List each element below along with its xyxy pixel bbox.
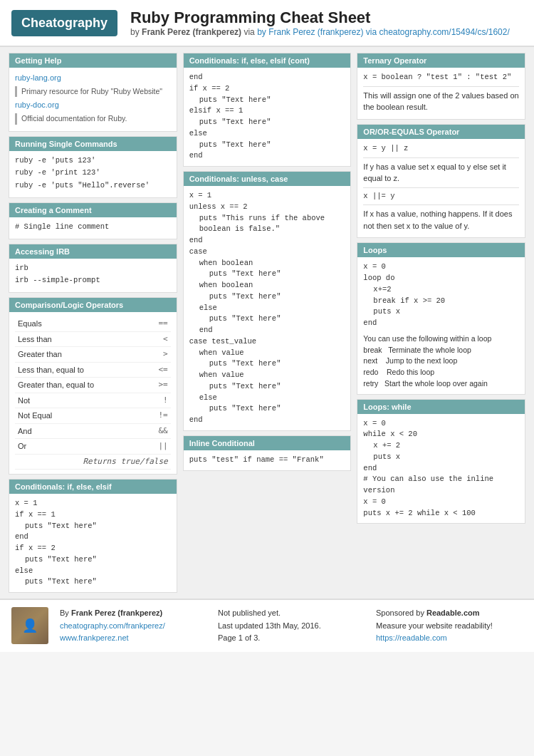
section-body-or-equals: x = y || z If y has a value set x equal … bbox=[357, 139, 525, 238]
section-header-comparison: Comparison/Logic Operators bbox=[9, 298, 177, 312]
code-line: next Jump to the next loop bbox=[363, 356, 519, 367]
subtitle: by Frank Perez (frankperez) via by Frank… bbox=[130, 27, 510, 37]
section-getting-help: Getting Help ruby-lang.org Primary resou… bbox=[9, 53, 177, 132]
section-body-ternary: x = boolean ? "test 1" : "test 2" This w… bbox=[357, 68, 525, 119]
table-row: Less than< bbox=[15, 331, 171, 347]
code-line: puts x bbox=[363, 306, 519, 318]
section-header-or-equals: OR/OR-EQUALS Operator bbox=[357, 125, 525, 139]
section-body-comment: # Single line comment bbox=[9, 217, 177, 239]
table-row: Less than, equal to<= bbox=[15, 362, 171, 378]
page-header: Cheatography Ruby Programming Cheat Shee… bbox=[0, 0, 534, 47]
section-header-irb: Accessing IRB bbox=[9, 244, 177, 259]
comment-example: # Single line comment bbox=[15, 222, 171, 233]
code-line: else bbox=[189, 303, 345, 314]
cmd-print-123: ruby -e 'print 123' bbox=[15, 167, 171, 179]
ruby-doc-desc: Official documentation for Ruby. bbox=[15, 113, 171, 125]
or-desc2: If x has a value, nothing happens. If it… bbox=[363, 208, 519, 232]
ruby-doc-link[interactable]: ruby-doc.org bbox=[15, 99, 171, 111]
section-loops-while: Loops: while x = 0 while x < 20 x += 2 p… bbox=[357, 399, 525, 524]
ruby-lang-link[interactable]: ruby-lang.org bbox=[15, 72, 171, 84]
section-running-commands: Running Single Commands ruby -e 'puts 12… bbox=[9, 136, 177, 198]
code-line: end bbox=[189, 150, 345, 162]
code-line: redo Redo this loop bbox=[363, 367, 519, 378]
code-line: when boolean bbox=[189, 258, 345, 269]
code-line: x+=2 bbox=[363, 284, 519, 296]
sponsor-name: Readable.com bbox=[426, 609, 480, 617]
table-row: And&& bbox=[15, 423, 171, 439]
main-content: Getting Help ruby-lang.org Primary resou… bbox=[0, 47, 534, 599]
ruby-lang-desc: Primary resource for Ruby "Ruby Website" bbox=[15, 86, 171, 98]
code-line: if x == 1 bbox=[15, 509, 171, 521]
or-code1: x = y || z bbox=[363, 143, 519, 155]
ternary-code: x = boolean ? "test 1" : "test 2" bbox=[363, 72, 519, 83]
code-line: puts "This runs if the above boolean is … bbox=[189, 213, 345, 236]
section-header-conditionals-if: Conditionals: if, else, elsif bbox=[9, 480, 177, 494]
code-line: end bbox=[189, 235, 345, 247]
code-line: break if x >= 20 bbox=[363, 296, 519, 307]
sponsor-desc: Measure your website readability! bbox=[376, 620, 523, 633]
section-body-if-cont: end if x == 2 puts "Text here" elsif x =… bbox=[184, 68, 351, 166]
code-line: if x == 2 bbox=[15, 543, 171, 554]
author-cheatography-link[interactable]: cheatography.com/frankperez/ bbox=[60, 620, 206, 633]
code-line: if x == 2 bbox=[189, 83, 345, 95]
code-line: else bbox=[15, 566, 171, 577]
section-or-equals: OR/OR-EQUALS Operator x = y || z If y ha… bbox=[357, 124, 525, 239]
page-number: Page 1 of 3. bbox=[218, 632, 365, 645]
comparison-table: Equals== Less than< Greater than> Less t… bbox=[15, 316, 171, 470]
code-line: else bbox=[189, 393, 345, 404]
section-conditionals-if-cont: Conditionals: if, else, elsif (cont) end… bbox=[183, 53, 352, 167]
code-line: puts "Text here" bbox=[189, 117, 345, 128]
section-unless-case: Conditionals: unless, case x = 1 unless … bbox=[183, 171, 352, 431]
loops-desc: You can use the following within a loop bbox=[363, 333, 519, 345]
code-line: when boolean bbox=[189, 280, 345, 291]
section-header-comment: Creating a Comment bbox=[9, 203, 177, 217]
code-line: puts "Text here" bbox=[189, 403, 345, 415]
section-body-comparison: Equals== Less than< Greater than> Less t… bbox=[9, 312, 177, 474]
table-row: Greater than> bbox=[15, 347, 171, 363]
code-line: end bbox=[189, 415, 345, 426]
table-row: Not! bbox=[15, 393, 171, 408]
footer-sponsor: Sponsored by Readable.com Measure your w… bbox=[376, 607, 523, 645]
cheatography-link[interactable]: by Frank Perez (frankperez) via cheatogr… bbox=[257, 27, 510, 37]
code-line: x = 0 bbox=[363, 418, 519, 430]
code-line: retry Start the whole loop over again bbox=[363, 378, 519, 390]
section-creating-comment: Creating a Comment # Single line comment bbox=[9, 202, 177, 239]
code-line: unless x == 2 bbox=[189, 202, 345, 213]
author-website-link[interactable]: www.frankperez.net bbox=[60, 632, 206, 645]
code-line: puts "Text here" bbox=[189, 269, 345, 280]
code-line: x = 0 bbox=[363, 262, 519, 273]
publish-status: Not published yet. bbox=[218, 607, 365, 620]
sponsor-link[interactable]: https://readable.com bbox=[376, 632, 523, 645]
column-3: Ternary Operator x = boolean ? "test 1" … bbox=[354, 53, 528, 593]
code-line: puts "Text here" bbox=[15, 576, 171, 588]
code-line: end bbox=[15, 532, 171, 543]
author-label: By Frank Perez (frankperez) bbox=[60, 607, 206, 620]
sponsor-label: Sponsored by Readable.com bbox=[376, 607, 523, 620]
section-body-inline: puts "test" if name == "Frank" bbox=[184, 450, 351, 470]
section-comparison: Comparison/Logic Operators Equals== Less… bbox=[9, 297, 177, 475]
code-line: break Terminate the whole loop bbox=[363, 345, 519, 356]
table-row: Not Equal!= bbox=[15, 408, 171, 424]
section-header-unless-case: Conditionals: unless, case bbox=[184, 172, 351, 186]
section-header-ternary: Ternary Operator bbox=[357, 53, 525, 68]
code-line: x = 1 bbox=[15, 498, 171, 509]
column-1: Getting Help ruby-lang.org Primary resou… bbox=[6, 53, 180, 593]
section-header-running-commands: Running Single Commands bbox=[9, 137, 177, 151]
code-line: puts "Text here" bbox=[189, 291, 345, 303]
code-line: elsif x == 1 bbox=[189, 105, 345, 117]
author-avatar: 👤 bbox=[11, 607, 48, 644]
header-text: Ruby Programming Cheat Sheet by Frank Pe… bbox=[130, 9, 510, 37]
table-row: Greater than, equal to>= bbox=[15, 378, 171, 393]
code-line: else bbox=[189, 128, 345, 140]
code-line: case bbox=[189, 247, 345, 258]
irb-cmd: irb bbox=[15, 263, 171, 274]
irb-simple-prompt: irb --simple-prompt bbox=[15, 275, 171, 286]
code-line: puts "Text here" bbox=[15, 554, 171, 566]
page-footer: 👤 By Frank Perez (frankperez) cheatograp… bbox=[0, 599, 534, 652]
code-line: while x < 20 bbox=[363, 429, 519, 440]
section-header-if-cont: Conditionals: if, else, elsif (cont) bbox=[184, 53, 351, 68]
code-line: # You can also use the inline version bbox=[363, 474, 519, 497]
section-irb: Accessing IRB irb irb --simple-prompt bbox=[9, 244, 177, 294]
cmd-reverse: ruby -e 'puts "Hello".reverse' bbox=[15, 180, 171, 192]
or-code2: x ||= y bbox=[363, 191, 519, 202]
